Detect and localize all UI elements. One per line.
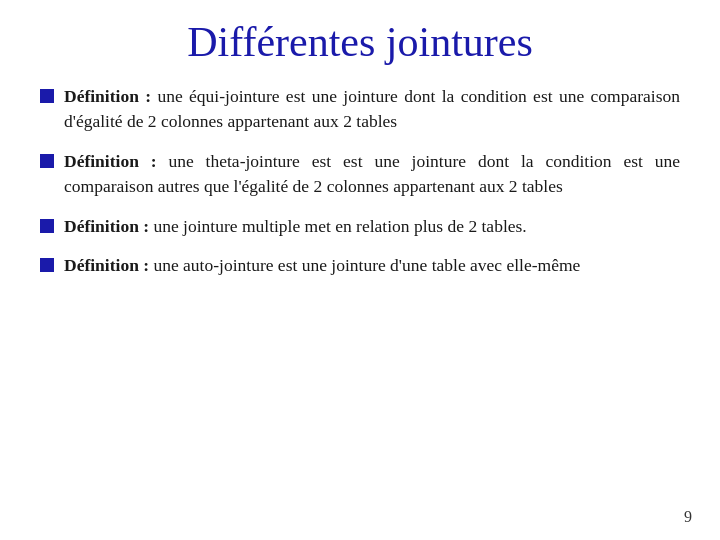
page-number: 9 xyxy=(684,508,692,526)
slide-container: Différentes jointures Définition : une é… xyxy=(0,0,720,540)
definition-text-1: Définition : une équi-jointure est une j… xyxy=(64,84,680,135)
bullet-icon-1 xyxy=(40,89,54,103)
definition-body-4: une auto-jointure est une jointure d'une… xyxy=(149,255,580,275)
definition-block-4: Définition : une auto-jointure est une j… xyxy=(40,253,680,278)
definition-block-2: Définition : une theta-jointure est est … xyxy=(40,149,680,200)
bullet-icon-2 xyxy=(40,154,54,168)
bullet-icon-3 xyxy=(40,219,54,233)
definition-text-3: Définition : une jointure multiple met e… xyxy=(64,214,527,239)
definition-keyword-2: Définition : xyxy=(64,151,157,171)
definition-text-2: Définition : une theta-jointure est est … xyxy=(64,149,680,200)
definition-body-1: une équi-jointure est une jointure dont … xyxy=(64,86,680,131)
definition-keyword-4: Définition : xyxy=(64,255,149,275)
definition-keyword-1: Définition : xyxy=(64,86,151,106)
definition-body-2: une theta-jointure est est une jointure … xyxy=(64,151,680,196)
bullet-icon-4 xyxy=(40,258,54,272)
definition-keyword-3: Définition : xyxy=(64,216,149,236)
definition-block-3: Définition : une jointure multiple met e… xyxy=(40,214,680,239)
definition-block-1: Définition : une équi-jointure est une j… xyxy=(40,84,680,135)
definition-text-4: Définition : une auto-jointure est une j… xyxy=(64,253,580,278)
slide-title: Différentes jointures xyxy=(40,18,680,66)
definition-body-3: une jointure multiple met en relation pl… xyxy=(149,216,527,236)
